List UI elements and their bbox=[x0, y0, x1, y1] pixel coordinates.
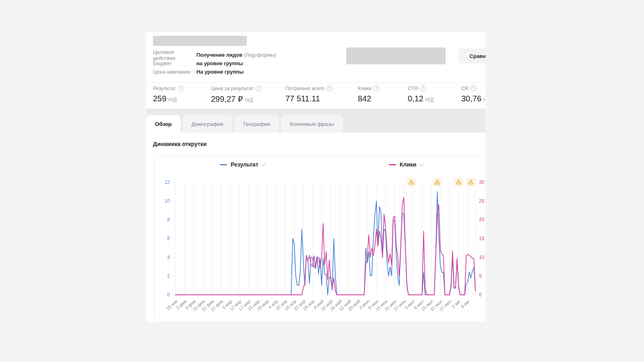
tab-география[interactable]: География bbox=[234, 115, 279, 133]
stats-row: Результат?259Н/ДЦена за результат?299,27… bbox=[146, 85, 485, 109]
stat-item: Результат?259Н/Д bbox=[153, 85, 184, 103]
warning-exclamation-dot bbox=[437, 183, 438, 184]
legend-label: Клики bbox=[400, 161, 417, 168]
warning-exclamation-dot bbox=[411, 183, 412, 184]
stat-suffix: Н/Д bbox=[245, 97, 253, 103]
chevron-down-icon bbox=[419, 162, 423, 166]
divider bbox=[146, 82, 485, 83]
help-icon[interactable]: ? bbox=[420, 85, 426, 91]
stat-value: 77 511.11 bbox=[285, 94, 332, 103]
tab-обзор[interactable]: Обзор bbox=[146, 115, 181, 133]
stat-item: Клики?842 bbox=[358, 85, 380, 103]
warning-exclamation-dot bbox=[458, 183, 459, 184]
campaign-info-note: (Лид-формы) bbox=[244, 52, 276, 58]
campaign-info-value: на уровне группы bbox=[196, 60, 243, 66]
stat-value: 30,76Н/Д bbox=[461, 94, 485, 103]
stat-item: Цена за результат?299,27 ₽Н/Д bbox=[211, 85, 262, 104]
stat-label: CR? bbox=[461, 85, 485, 91]
help-icon[interactable]: ? bbox=[374, 85, 380, 91]
right-axis-label: 25 bbox=[479, 198, 485, 204]
stat-item: Потрачено всего?77 511.11 bbox=[285, 85, 332, 103]
chart-legend: РезультатКлики bbox=[155, 161, 485, 170]
left-axis-label: 10 bbox=[165, 198, 170, 204]
stat-item: CR?30,76Н/Д bbox=[461, 85, 485, 103]
redacted-block bbox=[346, 47, 446, 64]
campaign-info-label: Бюджет bbox=[153, 60, 196, 66]
legend-dash-icon bbox=[220, 164, 227, 165]
help-icon[interactable]: ? bbox=[256, 85, 262, 91]
help-icon[interactable]: ? bbox=[326, 85, 332, 91]
stat-label-text: CTR bbox=[408, 86, 418, 91]
x-axis-label: 28 янв bbox=[165, 298, 178, 311]
legend-label: Результат bbox=[231, 161, 258, 168]
stat-label: Потрачено всего? bbox=[285, 85, 332, 91]
help-icon[interactable]: ? bbox=[178, 85, 184, 91]
stat-value: 842 bbox=[358, 94, 380, 103]
tab-strip: ОбзорДемографияГеографияКлючевые фразы bbox=[146, 109, 485, 133]
help-icon[interactable]: ? bbox=[471, 85, 477, 91]
compare-button[interactable]: Сравнить bbox=[458, 48, 485, 64]
legend-dash-icon bbox=[389, 164, 396, 165]
chevron-down-icon bbox=[261, 162, 265, 166]
stat-value: 0,12Н/Д bbox=[408, 94, 433, 103]
campaign-info-row: Целевое действиеПолучение лидов(Лид-форм… bbox=[153, 51, 276, 59]
stat-item: CTR?0,12Н/Д bbox=[408, 85, 433, 103]
x-axis-label: 2 авг bbox=[451, 299, 462, 309]
stat-label-text: Клики bbox=[358, 86, 372, 91]
left-axis-label: 8 bbox=[167, 217, 170, 222]
x-axis-label: 8 авг bbox=[460, 299, 471, 309]
left-axis-label: 0 bbox=[167, 292, 170, 298]
campaign-info-value: На уровне группы bbox=[196, 69, 244, 75]
stat-label-text: CR bbox=[461, 86, 469, 91]
left-axis-label: 6 bbox=[167, 236, 170, 241]
right-axis-label: 30 bbox=[479, 179, 485, 185]
stat-label: Цена за результат? bbox=[211, 85, 262, 91]
stat-label: Результат? bbox=[153, 85, 184, 91]
tabs: ОбзорДемографияГеографияКлючевые фразы bbox=[146, 115, 343, 133]
left-axis-label: 4 bbox=[167, 255, 170, 260]
stat-suffix: Н/Д bbox=[425, 97, 433, 103]
right-axis-label: 15 bbox=[479, 236, 485, 241]
campaign-info-row: Цена кампанииНа уровне группы bbox=[153, 68, 276, 76]
campaign-info-label: Целевое действие bbox=[153, 49, 196, 61]
screenshot-stage: Целевое действиеПолучение лидов(Лид-форм… bbox=[0, 0, 644, 362]
right-axis-label: 10 bbox=[479, 255, 485, 260]
stat-value: 299,27 ₽Н/Д bbox=[211, 94, 262, 104]
stat-suffix: Н/Д bbox=[168, 97, 176, 103]
right-axis-label: 5 bbox=[479, 273, 482, 279]
stat-label-text: Цена за результат bbox=[211, 86, 254, 91]
right-axis-label: 20 bbox=[479, 217, 485, 222]
stat-label-text: Потрачено всего bbox=[285, 86, 324, 91]
left-axis-label: 2 bbox=[167, 273, 170, 279]
legend-item[interactable]: Результат bbox=[220, 161, 265, 168]
campaign-panel: Целевое действиеПолучение лидов(Лид-форм… bbox=[146, 32, 485, 322]
campaign-info-label: Цена кампании bbox=[153, 69, 196, 75]
warning-exclamation-dot bbox=[471, 183, 471, 184]
dynamics-chart: 02468101205101520253028 янв3 фев9 фев15 … bbox=[154, 156, 485, 322]
left-axis-label: 12 bbox=[165, 179, 170, 185]
stat-value: 259Н/Д bbox=[153, 94, 184, 103]
stat-label: CTR? bbox=[408, 85, 433, 91]
tab-ключевые-фразы[interactable]: Ключевые фразы bbox=[281, 115, 343, 133]
campaign-info-value: Получение лидов bbox=[196, 52, 242, 58]
right-axis-label: 0 bbox=[479, 292, 482, 298]
redacted-campaign-name bbox=[153, 36, 247, 46]
section-title: Динамика открутки bbox=[153, 141, 206, 147]
legend-item[interactable]: Клики bbox=[389, 161, 423, 168]
stat-label-text: Результат bbox=[153, 86, 176, 91]
series-line-result bbox=[175, 191, 475, 295]
dynamics-chart-svg[interactable]: 02468101205101520253028 янв3 фев9 фев15 … bbox=[155, 156, 485, 321]
tab-демография[interactable]: Демография bbox=[183, 115, 232, 133]
series-line-clicks bbox=[175, 197, 475, 295]
stat-suffix: Н/Д bbox=[483, 97, 485, 103]
campaign-info: Целевое действиеПолучение лидов(Лид-форм… bbox=[153, 51, 276, 76]
stat-label: Клики? bbox=[358, 85, 380, 91]
campaign-info-row: Бюджетна уровне группы bbox=[153, 59, 276, 68]
